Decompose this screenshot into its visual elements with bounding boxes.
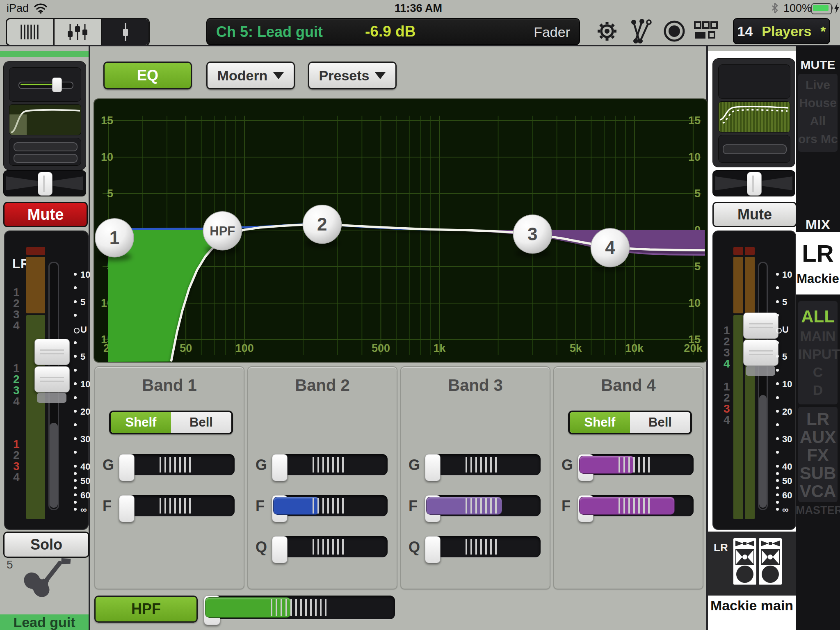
battery-icon bbox=[811, 3, 832, 14]
hpf-label: HPF bbox=[131, 600, 161, 618]
master-output-panel[interactable]: LR Mackie main bbox=[708, 532, 796, 607]
dynamics-thumbnail[interactable] bbox=[9, 138, 81, 166]
pan-knob[interactable] bbox=[38, 172, 52, 196]
eq-graph[interactable]: 151510105500551010151520 HZ501005001k5k1… bbox=[94, 98, 708, 363]
band-type-toggle[interactable]: ShelfBell bbox=[568, 411, 692, 434]
settings-gear-icon[interactable] bbox=[595, 19, 619, 43]
eq-handle-label: 1 bbox=[110, 228, 119, 248]
master-gain-thumbnail[interactable] bbox=[718, 64, 790, 99]
fader-scale-label: 30 bbox=[782, 434, 792, 445]
mix-filter-main[interactable]: MAIN bbox=[798, 328, 838, 344]
meter-high-segment bbox=[745, 257, 755, 313]
mute-label: Mute bbox=[27, 206, 64, 224]
channel-name[interactable]: Lead guit bbox=[0, 614, 89, 630]
pan-control[interactable] bbox=[3, 170, 86, 196]
scale-tick-dot bbox=[74, 314, 77, 317]
master-pan-control[interactable] bbox=[712, 170, 795, 196]
band2-g-slider[interactable] bbox=[272, 454, 388, 475]
mix-filter-input[interactable]: INPUT bbox=[798, 346, 838, 362]
band4-f-slider[interactable] bbox=[578, 495, 694, 516]
mix-type-fx[interactable]: FX bbox=[798, 445, 838, 465]
hpf-frequency-slider[interactable] bbox=[204, 596, 395, 619]
slider-knob[interactable] bbox=[425, 536, 441, 563]
electric-guitar-icon[interactable] bbox=[9, 556, 81, 613]
fader-scale-label: 10 bbox=[782, 379, 792, 390]
scale-tick-dot bbox=[776, 382, 779, 385]
mute-button[interactable]: Mute bbox=[3, 202, 88, 227]
tab-faders-view[interactable] bbox=[55, 19, 102, 45]
band-type-shelf-button[interactable]: Shelf bbox=[111, 412, 171, 433]
gain-thumbnail[interactable] bbox=[9, 67, 81, 102]
slider-label-q: Q bbox=[256, 539, 267, 556]
scale-tick-dot bbox=[776, 486, 779, 489]
fader-scale-label: 50 bbox=[782, 476, 792, 486]
parameter-name: Fader bbox=[534, 24, 570, 40]
mix-filter-d[interactable]: D bbox=[798, 382, 838, 398]
fader-scale-label: 20 bbox=[80, 406, 90, 417]
band1-g-slider[interactable] bbox=[119, 454, 235, 475]
record-icon[interactable] bbox=[662, 19, 687, 43]
slider-knob[interactable] bbox=[425, 454, 441, 481]
eq-graph-svg[interactable]: 151510105500551010151520 HZ501005001k5k1… bbox=[94, 99, 707, 362]
fader-cap-1[interactable] bbox=[34, 339, 70, 365]
band-type-bell-button[interactable]: Bell bbox=[171, 412, 231, 433]
fader-track[interactable] bbox=[758, 262, 768, 510]
master-pan-knob[interactable] bbox=[747, 172, 762, 196]
band4-g-slider[interactable] bbox=[578, 454, 694, 475]
masters-button[interactable]: MASTERS bbox=[796, 504, 840, 517]
mute-group-1[interactable]: Live bbox=[798, 78, 838, 92]
slider-knob[interactable] bbox=[272, 536, 288, 563]
band1-f-slider[interactable] bbox=[119, 495, 235, 516]
mix-type-aux[interactable]: AUX bbox=[798, 427, 838, 447]
solo-button[interactable]: Solo bbox=[3, 532, 89, 558]
fader-scale-label: 10 bbox=[80, 269, 90, 280]
scale-tick-dot bbox=[776, 341, 779, 344]
band2-q-slider[interactable] bbox=[272, 536, 388, 557]
band-type-toggle[interactable]: ShelfBell bbox=[109, 411, 233, 434]
mix-type-sub[interactable]: SUB bbox=[798, 463, 838, 483]
fader-cap-2[interactable] bbox=[743, 340, 778, 366]
mute-group-2[interactable]: House bbox=[798, 96, 838, 110]
meter-high-segment bbox=[733, 257, 743, 313]
band-type-bell-button[interactable]: Bell bbox=[630, 412, 690, 433]
voicing-dropdown[interactable]: Modern bbox=[206, 62, 295, 89]
eq-view: EQ Modern Presets 1515101055005510101515… bbox=[90, 46, 706, 630]
channel-display[interactable]: Ch 5: Lead guit -6.9 dB Fader bbox=[206, 18, 580, 45]
band-type-shelf-button[interactable]: Shelf bbox=[570, 412, 630, 433]
players-button[interactable]: 14 Players * bbox=[733, 18, 830, 44]
tab-channel-view[interactable] bbox=[102, 19, 148, 45]
fader-cap-2[interactable] bbox=[34, 366, 70, 393]
fader-cap-1[interactable] bbox=[743, 313, 778, 339]
mute-group-4[interactable]: ors Mc bbox=[798, 132, 838, 146]
band3-f-slider[interactable] bbox=[425, 495, 541, 516]
master-mute-button[interactable]: Mute bbox=[712, 202, 797, 227]
band2-f-slider[interactable] bbox=[272, 495, 388, 516]
band3-q-slider[interactable] bbox=[425, 536, 541, 557]
eq-enable-button[interactable]: EQ bbox=[103, 62, 192, 89]
rta-eq-thumbnail[interactable] bbox=[718, 101, 790, 132]
patch-matrix-icon[interactable] bbox=[628, 19, 655, 43]
presets-dropdown[interactable]: Presets bbox=[308, 62, 397, 89]
current-mix-subtitle: Mackie bbox=[796, 272, 840, 286]
slider-knob[interactable] bbox=[272, 454, 288, 481]
slider-knob[interactable] bbox=[119, 495, 135, 522]
layout-grid-icon[interactable] bbox=[693, 19, 719, 43]
slider-label-f: F bbox=[409, 498, 418, 515]
mute-group-3[interactable]: All bbox=[798, 114, 838, 128]
master-dynamics-thumbnail[interactable] bbox=[718, 135, 790, 163]
mix-filter-c[interactable]: C bbox=[798, 364, 838, 380]
slider-knob[interactable] bbox=[119, 454, 135, 481]
band3-g-slider[interactable] bbox=[425, 454, 541, 475]
eq-handle-label: 2 bbox=[317, 214, 327, 234]
current-mix[interactable]: LR Mackie bbox=[796, 232, 840, 294]
tab-mixer-view[interactable] bbox=[7, 19, 55, 45]
mute-groups-panel: LiveHouseAllors Mc bbox=[798, 74, 838, 152]
eq-thumbnail[interactable] bbox=[9, 104, 81, 135]
mix-filter-all[interactable]: ALL bbox=[798, 307, 838, 326]
scale-tick-dot bbox=[776, 493, 779, 496]
master-name-bar[interactable]: Mackie main bbox=[708, 596, 796, 615]
mix-type-lr[interactable]: LR bbox=[798, 409, 838, 429]
mix-type-vca[interactable]: VCA bbox=[798, 482, 838, 501]
eq-enable-label: EQ bbox=[137, 67, 158, 84]
hpf-button[interactable]: HPF bbox=[94, 596, 198, 623]
